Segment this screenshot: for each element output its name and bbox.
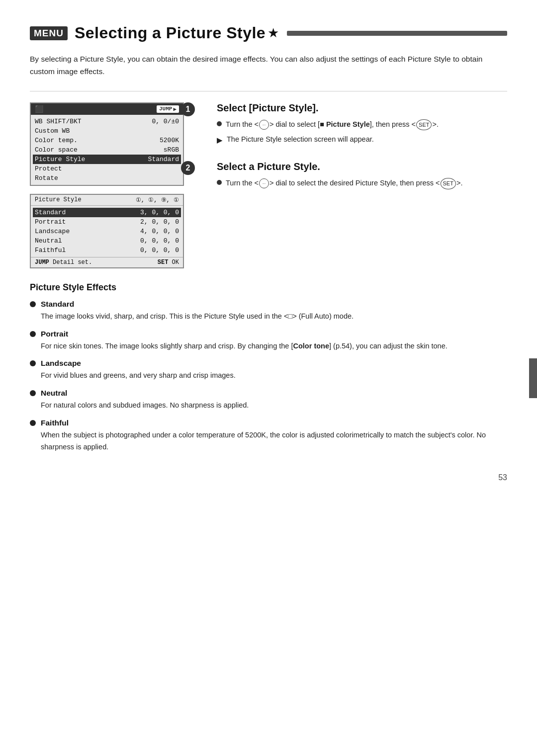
step-2: 2 Select a Picture Style. Turn the <> di… — [199, 161, 507, 189]
step-1: 1 Select [Picture Style]. Turn the <> di… — [199, 102, 507, 147]
lcd2-value-1: 2, 0, 0, 0 — [140, 218, 179, 226]
set-sym-2: SET — [441, 178, 456, 189]
camera-icon: ⬛ — [35, 105, 43, 113]
lcd2-header-label: Picture Style — [35, 196, 82, 203]
effect-dot-faithful — [30, 420, 36, 426]
effects-section: Picture Style Effects Standard The image… — [30, 282, 507, 454]
lcd1-label-1: Custom WB — [35, 127, 179, 135]
left-column: ⬛ JUMP ▶ WB SHIFT/BKT 0, 0/±0 Custom WB … — [30, 102, 184, 268]
page-title: Selecting a Picture Style — [75, 24, 266, 42]
lcd2-body: Standard 3, 0, 0, 0 Portrait 2, 0, 0, 0 … — [31, 206, 183, 257]
step-1-bullet-1: Turn the <> dial to select [■ Picture St… — [217, 119, 507, 131]
lcd2-row-2: Landscape 4, 0, 0, 0 — [35, 227, 179, 236]
effect-standard: Standard The image looks vivid, sharp, a… — [30, 300, 507, 323]
title-star: ★ — [268, 25, 279, 41]
step-2-number: 2 — [181, 161, 195, 175]
lcd1-value-2: 5200K — [160, 137, 179, 144]
effect-desc-portrait: For nice skin tones. The image looks sli… — [30, 340, 507, 352]
effect-dot-portrait — [30, 331, 36, 337]
dial-icon-2 — [259, 178, 269, 188]
lcd2-label-1: Portrait — [35, 218, 66, 226]
effect-desc-standard: The image looks vivid, sharp, and crisp.… — [30, 311, 507, 323]
effect-label-portrait: Portrait — [41, 330, 68, 338]
effect-portrait: Portrait For nice skin tones. The image … — [30, 330, 507, 352]
lcd1-row-4: Picture Style Standard — [33, 155, 181, 164]
effect-dot-neutral — [30, 390, 36, 396]
title-bar — [287, 31, 507, 36]
lcd2-label-3: Neutral — [35, 237, 62, 245]
lcd1-value-0: 0, 0/±0 — [152, 118, 179, 125]
lcd1-label-6: Rotate — [35, 174, 179, 182]
color-tone-bold: Color tone — [293, 342, 330, 350]
intro-text: By selecting a Picture Style, you can ob… — [30, 53, 507, 78]
jump-badge: JUMP ▶ — [157, 105, 179, 113]
lcd1-label-0: WB SHIFT/BKT — [35, 118, 152, 125]
lcd1-label-3: Color space — [35, 146, 164, 154]
right-column: 1 Select [Picture Style]. Turn the <> di… — [199, 102, 507, 268]
effect-label-neutral: Neutral — [41, 389, 67, 398]
lcd-screen-2: Picture Style ①, ①, ⑨, ① Standard 3, 0, … — [30, 194, 184, 268]
effect-faithful: Faithful When the subject is photographe… — [30, 419, 507, 453]
lcd2-label-4: Faithful — [35, 247, 66, 254]
lcd1-row-5: Protect — [35, 164, 179, 173]
effect-desc-neutral: For natural colors and subdued images. N… — [30, 400, 507, 412]
lcd2-label-2: Landscape — [35, 228, 70, 235]
step-2-heading: Select a Picture Style. — [217, 161, 507, 172]
page-tab — [529, 358, 537, 398]
set-sym-1: SET — [416, 119, 432, 130]
effect-desc-landscape: For vivid blues and greens, and very sha… — [30, 370, 507, 382]
lcd1-header: ⬛ JUMP ▶ — [31, 103, 183, 115]
step-2-content: Turn the <> dial to select the desired P… — [217, 177, 507, 189]
step-2-bullet-1: Turn the <> dial to select the desired P… — [217, 177, 507, 189]
step-1-bullet-2: ▶ The Picture Style selection screen wil… — [217, 134, 507, 147]
step-1-bullet-2-text: The Picture Style selection screen will … — [227, 134, 374, 146]
effect-label-landscape: Landscape — [41, 359, 81, 368]
picture-style-bold: Picture Style — [326, 120, 370, 128]
lcd1-row-1: Custom WB — [35, 126, 179, 136]
lcd2-row-3: Neutral 0, 0, 0, 0 — [35, 236, 179, 246]
page-number: 53 — [30, 473, 507, 482]
lcd2-header-icons: ①, ①, ⑨, ① — [136, 196, 179, 204]
step-1-bullet-1-text: Turn the <> dial to select [■ Picture St… — [226, 119, 439, 131]
effect-dot-standard — [30, 301, 36, 307]
bullet-dot-2 — [217, 180, 222, 185]
effect-dot-landscape — [30, 360, 36, 366]
step-1-number: 1 — [181, 102, 195, 116]
bullet-dot-1 — [217, 121, 222, 126]
lcd1-label-2: Color temp. — [35, 137, 160, 144]
lcd1-value-3: sRGB — [164, 146, 179, 154]
lcd2-value-0: 3, 0, 0, 0 — [140, 209, 179, 216]
lcd1-row-0: WB SHIFT/BKT 0, 0/±0 — [35, 117, 179, 126]
lcd2-footer: JUMP Detail set. SET OK — [31, 257, 183, 267]
effect-label-standard: Standard — [41, 300, 74, 309]
effect-landscape: Landscape For vivid blues and greens, an… — [30, 359, 507, 382]
lcd2-footer-right: SET OK — [158, 259, 179, 266]
lcd-screen-1: ⬛ JUMP ▶ WB SHIFT/BKT 0, 0/±0 Custom WB … — [30, 102, 184, 186]
lcd2-label-0: Standard — [35, 209, 66, 216]
lcd2-row-0: Standard 3, 0, 0, 0 — [33, 208, 181, 217]
lcd2-footer-left: JUMP Detail set. — [35, 259, 92, 266]
effect-standard-label-row: Standard — [30, 300, 507, 309]
camera-sym: ■ — [320, 120, 324, 128]
jump-arrow: ▶ — [173, 106, 177, 112]
effect-faithful-label-row: Faithful — [30, 419, 507, 427]
effect-neutral: Neutral For natural colors and subdued i… — [30, 389, 507, 412]
lcd1-body: WB SHIFT/BKT 0, 0/±0 Custom WB Color tem… — [31, 115, 183, 185]
arrow-icon-1: ▶ — [217, 134, 223, 147]
lcd2-row-1: Portrait 2, 0, 0, 0 — [35, 217, 179, 227]
lcd1-label-4: Picture Style — [35, 156, 148, 163]
effect-portrait-label-row: Portrait — [30, 330, 507, 338]
lcd1-label-5: Protect — [35, 165, 179, 172]
lcd1-row-3: Color space sRGB — [35, 145, 179, 155]
lcd2-value-3: 0, 0, 0, 0 — [140, 237, 179, 245]
step-1-content: Turn the <> dial to select [■ Picture St… — [217, 119, 507, 147]
page-title-row: MENU Selecting a Picture Style ★ — [30, 24, 507, 42]
step-1-heading: Select [Picture Style]. — [217, 102, 507, 114]
divider — [30, 91, 507, 91]
lcd1-value-4: Standard — [148, 156, 179, 163]
lcd2-row-4: Faithful 0, 0, 0, 0 — [35, 246, 179, 255]
jump-label: JUMP — [159, 106, 172, 112]
effect-label-faithful: Faithful — [41, 419, 69, 427]
lcd1-row-6: Rotate — [35, 173, 179, 183]
lcd2-header: Picture Style ①, ①, ⑨, ① — [31, 195, 183, 206]
